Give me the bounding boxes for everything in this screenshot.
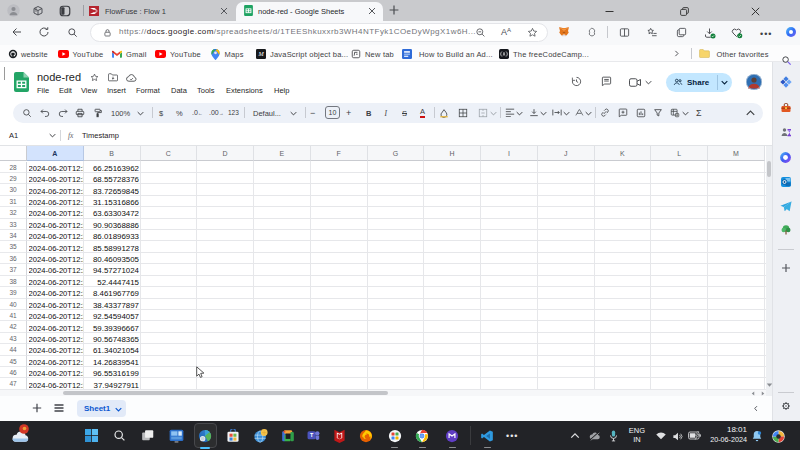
svg-text:M: M xyxy=(257,50,264,57)
